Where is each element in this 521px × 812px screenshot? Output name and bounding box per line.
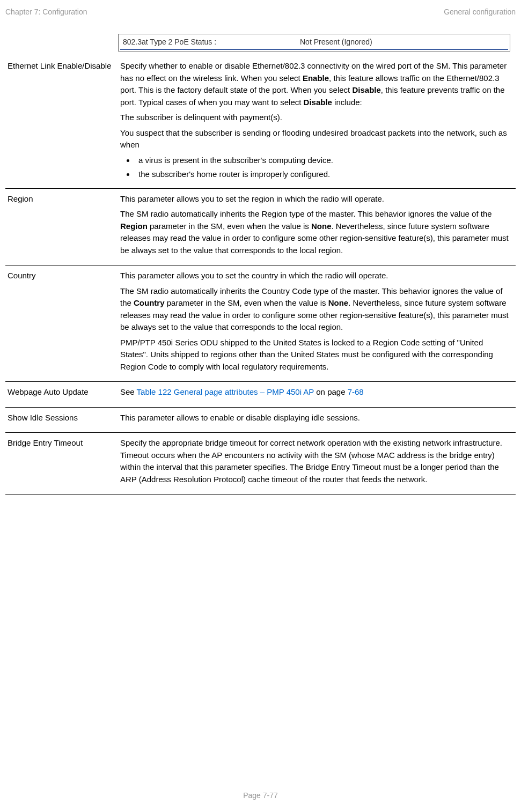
table-row: Ethernet Link Enable/DisableSpecify whet… bbox=[5, 56, 516, 188]
text-segment: The SM radio automatically inherits the … bbox=[120, 209, 492, 218]
term-cell: Show Idle Sessions bbox=[5, 407, 118, 433]
text-segment: Region bbox=[120, 222, 148, 231]
text-segment: This parameter allows to enable or disab… bbox=[120, 413, 360, 422]
text-segment: None bbox=[328, 298, 349, 307]
text-segment: See bbox=[120, 387, 137, 396]
list-item: the subscriber's home router is improper… bbox=[135, 168, 512, 181]
description-cell: This parameter allows you to set the reg… bbox=[118, 188, 516, 265]
list-item: a virus is present in the subscriber's c… bbox=[135, 154, 512, 167]
term-cell: Ethernet Link Enable/Disable bbox=[5, 56, 118, 188]
text-segment: Disable bbox=[352, 85, 380, 94]
page-header: Chapter 7: Configuration General configu… bbox=[5, 6, 516, 18]
text-segment: on page bbox=[314, 387, 348, 396]
paragraph: See Table 122 General page attributes – … bbox=[120, 386, 512, 398]
paragraph: The SM radio automatically inherits the … bbox=[120, 208, 512, 256]
table-row: RegionThis parameter allows you to set t… bbox=[5, 188, 516, 265]
header-left: Chapter 7: Configuration bbox=[5, 6, 87, 18]
text-segment: The subscriber is delinquent with paymen… bbox=[120, 113, 282, 122]
text-segment: include: bbox=[332, 98, 362, 107]
table-row: Show Idle SessionsThis parameter allows … bbox=[5, 407, 516, 433]
term-cell: Region bbox=[5, 188, 118, 265]
term-cell: Country bbox=[5, 265, 118, 382]
paragraph: Specify the appropriate bridge timeout f… bbox=[120, 437, 512, 485]
description-cell: See Table 122 General page attributes – … bbox=[118, 382, 516, 408]
text-segment: parameter in the SM, even when the value… bbox=[165, 298, 328, 307]
text-segment: This parameter allows you to set the reg… bbox=[120, 194, 384, 203]
paragraph: The SM radio automatically inherits the … bbox=[120, 285, 512, 334]
cross-reference-link[interactable]: 7-68 bbox=[348, 387, 364, 396]
definitions-table: Ethernet Link Enable/DisableSpecify whet… bbox=[5, 56, 516, 494]
paragraph: This parameter allows to enable or disab… bbox=[120, 412, 512, 424]
paragraph: Specify whether to enable or disable Eth… bbox=[120, 60, 512, 108]
text-segment: You suspect that the subscriber is sendi… bbox=[120, 128, 507, 150]
text-segment: Specify the appropriate bridge timeout f… bbox=[120, 438, 502, 484]
description-cell: Specify the appropriate bridge timeout f… bbox=[118, 433, 516, 494]
poe-status-value: Not Present (Ignored) bbox=[300, 36, 372, 48]
table-row: Bridge Entry TimeoutSpecify the appropri… bbox=[5, 433, 516, 494]
paragraph: This parameter allows you to set the cou… bbox=[120, 270, 512, 282]
description-cell: Specify whether to enable or disable Eth… bbox=[118, 56, 516, 188]
paragraph: PMP/PTP 450i Series ODU shipped to the U… bbox=[120, 337, 512, 373]
text-segment: PMP/PTP 450i Series ODU shipped to the U… bbox=[120, 338, 493, 371]
text-segment: Enable bbox=[303, 73, 329, 83]
description-cell: This parameter allows you to set the cou… bbox=[118, 265, 516, 382]
text-segment: Country bbox=[134, 298, 165, 307]
paragraph: This parameter allows you to set the reg… bbox=[120, 193, 512, 205]
text-segment: Disable bbox=[304, 98, 332, 107]
header-right: General configuration bbox=[444, 6, 516, 18]
paragraph: You suspect that the subscriber is sendi… bbox=[120, 127, 512, 151]
text-segment: parameter in the SM, even when the value… bbox=[148, 222, 311, 231]
table-row: Webpage Auto UpdateSee Table 122 General… bbox=[5, 382, 516, 408]
poe-status-label: 802.3at Type 2 PoE Status : bbox=[123, 36, 300, 48]
poe-status-box: 802.3at Type 2 PoE Status : Not Present … bbox=[118, 34, 510, 51]
term-cell: Bridge Entry Timeout bbox=[5, 433, 118, 494]
page-footer: Page 7-77 bbox=[0, 790, 521, 801]
text-segment: None bbox=[311, 222, 332, 231]
bullet-list: a virus is present in the subscriber's c… bbox=[120, 154, 512, 181]
term-cell: Webpage Auto Update bbox=[5, 382, 118, 408]
table-row: CountryThis parameter allows you to set … bbox=[5, 265, 516, 382]
text-segment: This parameter allows you to set the cou… bbox=[120, 271, 388, 280]
cross-reference-link[interactable]: Table 122 General page attributes – PMP … bbox=[137, 387, 314, 396]
paragraph: The subscriber is delinquent with paymen… bbox=[120, 112, 512, 124]
description-cell: This parameter allows to enable or disab… bbox=[118, 407, 516, 433]
